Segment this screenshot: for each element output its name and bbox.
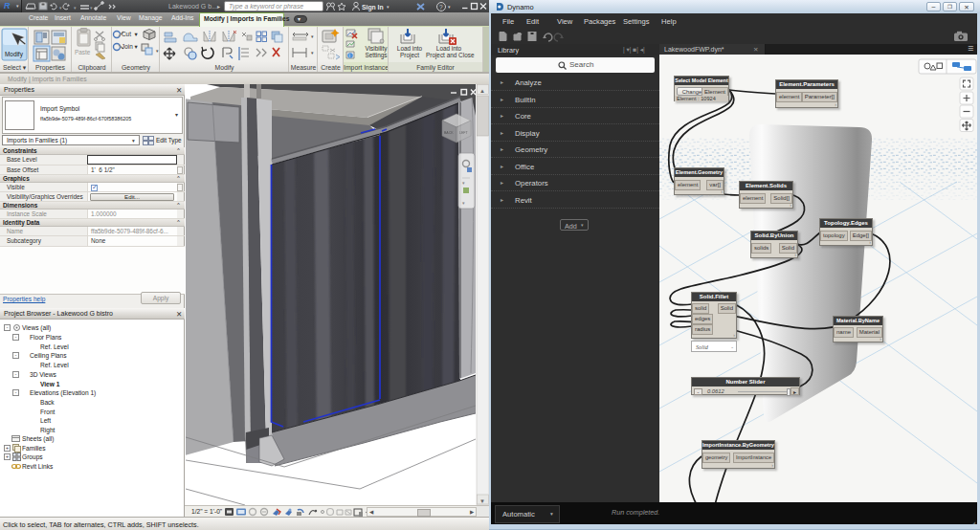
svg-text:▾: ▾ [387,4,390,10]
svg-text:▼: ▼ [479,498,485,504]
svg-text:▾: ▾ [311,33,314,39]
svg-text:▾: ▾ [448,4,451,10]
svg-text:Sign In: Sign In [362,4,384,11]
svg-text:▾: ▾ [59,5,62,11]
svg-text:▾: ▾ [311,50,314,55]
svg-text:i: i [349,54,350,58]
svg-text:▾: ▾ [74,5,77,11]
svg-text:LEFT: LEFT [459,131,468,135]
svg-text:▾: ▾ [90,5,93,11]
svg-text:▾: ▾ [156,48,159,54]
svg-text:?: ? [439,4,443,11]
svg-text:▲: ▲ [479,88,485,94]
svg-text:BACK: BACK [444,131,454,135]
svg-text:Modify: Modify [5,51,24,58]
